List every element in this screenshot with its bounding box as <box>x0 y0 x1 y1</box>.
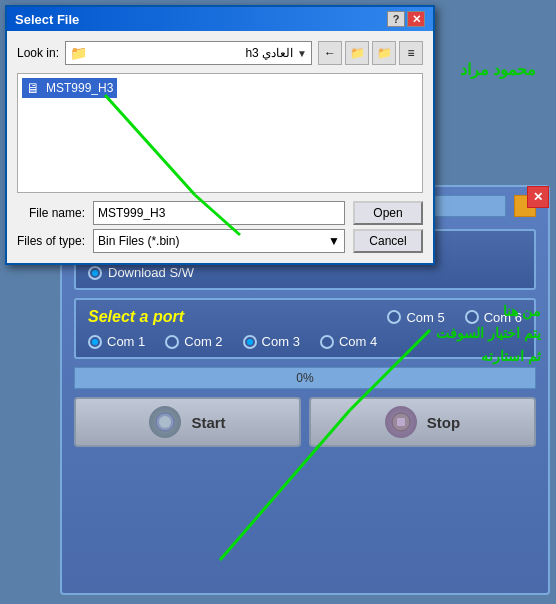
cancel-button[interactable]: Cancel <box>353 229 423 253</box>
stop-button[interactable]: Stop <box>309 397 536 447</box>
file-item-name: MST999_H3 <box>46 81 113 95</box>
com5-radio[interactable] <box>387 310 401 324</box>
com1-label: Com 1 <box>107 334 145 349</box>
dialog-title-buttons: ? ✕ <box>387 11 425 27</box>
download-sw-radio[interactable] <box>88 266 102 280</box>
arabic-annotation-top: محمود مراد <box>460 60 536 79</box>
download-sw-option[interactable]: Download S/W <box>88 265 522 280</box>
start-label: Start <box>191 414 225 431</box>
com4-radio[interactable] <box>320 335 334 349</box>
filetype-value: Bin Files (*.bin) <box>98 234 179 248</box>
file-item-icon: 🖥 <box>26 80 40 96</box>
start-icon <box>149 406 181 438</box>
com4-label: Com 4 <box>339 334 377 349</box>
progress-bar-container: 0% <box>74 367 536 389</box>
look-in-row: Look in: 📁 العادي h3 ▼ ← 📁 📁 ≡ <box>17 41 423 65</box>
download-sw-label: Download S/W <box>108 265 194 280</box>
filename-input[interactable] <box>93 201 345 225</box>
com3-radio[interactable] <box>243 335 257 349</box>
com3-option[interactable]: Com 3 <box>243 334 300 349</box>
dialog-close-button[interactable]: ✕ <box>407 11 425 27</box>
action-button-row: Start Stop <box>74 397 536 447</box>
com1-option[interactable]: Com 1 <box>88 334 145 349</box>
dialog-titlebar: Select File ? ✕ <box>7 7 433 31</box>
filetype-select[interactable]: Bin Files (*.bin) ▼ <box>93 229 345 253</box>
svg-rect-3 <box>397 418 405 426</box>
filetype-arrow-icon: ▼ <box>328 234 340 248</box>
port-title: Select a port <box>88 308 184 326</box>
start-button[interactable]: Start <box>74 397 301 447</box>
dialog-title: Select File <box>15 12 387 27</box>
com2-radio[interactable] <box>165 335 179 349</box>
com2-label: Com 2 <box>184 334 222 349</box>
file-list-area[interactable]: 🖥 MST999_H3 <box>17 73 423 193</box>
file-list-item[interactable]: 🖥 MST999_H3 <box>22 78 117 98</box>
arabic-annotation-side: من هنا يتم اختيار السوفت ثم استارته <box>436 300 541 367</box>
select-file-dialog: Select File ? ✕ Look in: 📁 العادي h3 ▼ ←… <box>5 5 435 265</box>
look-in-label: Look in: <box>17 46 59 60</box>
com1-radio[interactable] <box>88 335 102 349</box>
arabic-line3: ثم استارته <box>436 345 541 367</box>
combo-arrow-icon: ▼ <box>297 48 307 59</box>
com4-option[interactable]: Com 4 <box>320 334 377 349</box>
stop-label: Stop <box>427 414 460 431</box>
dialog-body: Look in: 📁 العادي h3 ▼ ← 📁 📁 ≡ 🖥 MST999_… <box>7 31 433 263</box>
arabic-line2: يتم اختيار السوفت <box>436 322 541 344</box>
look-in-combo[interactable]: 📁 العادي h3 ▼ <box>65 41 312 65</box>
folder-icon: 📁 <box>70 45 87 61</box>
dialog-help-button[interactable]: ? <box>387 11 405 27</box>
arabic-line1: من هنا <box>436 300 541 322</box>
view-menu-button[interactable]: ≡ <box>399 41 423 65</box>
open-button[interactable]: Open <box>353 201 423 225</box>
look-in-value: العادي h3 <box>91 46 293 60</box>
new-folder-button[interactable]: 📁 <box>372 41 396 65</box>
progress-text: 0% <box>296 371 313 385</box>
filetype-label: Files of type: <box>17 234 85 248</box>
up-folder-button[interactable]: 📁 <box>345 41 369 65</box>
svg-point-1 <box>159 416 171 428</box>
com2-option[interactable]: Com 2 <box>165 334 222 349</box>
dialog-footer: File name: Open Files of type: Bin Files… <box>17 201 423 253</box>
look-in-toolbar: ← 📁 📁 ≡ <box>318 41 423 65</box>
back-button[interactable]: ← <box>318 41 342 65</box>
filename-label: File name: <box>17 206 85 220</box>
stop-icon <box>385 406 417 438</box>
com3-label: Com 3 <box>262 334 300 349</box>
main-close-button[interactable]: ✕ <box>527 186 549 208</box>
